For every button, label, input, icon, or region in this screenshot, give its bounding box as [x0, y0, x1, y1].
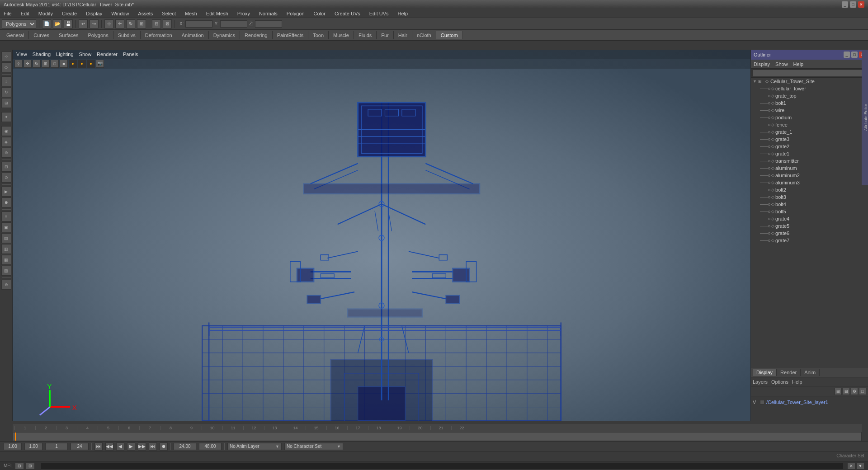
shelf-surfaces[interactable]: Surfaces — [54, 31, 83, 39]
current-time-input[interactable] — [24, 443, 42, 450]
layer-new-button[interactable]: ⊞ — [835, 388, 842, 395]
scale-button[interactable]: ⊞ — [1, 98, 11, 108]
menu-modify[interactable]: Modify — [37, 10, 55, 17]
step-back-button[interactable]: ◀◀ — [105, 442, 113, 451]
tree-item-bolt2[interactable]: ——o ◇ bolt2 — [751, 186, 868, 193]
layer-frame-button[interactable]: □ — [859, 388, 866, 395]
menu-assets[interactable]: Assets — [136, 10, 155, 17]
vp-rotate-btn[interactable]: ↻ — [33, 60, 41, 68]
vp-light1-btn[interactable]: ● — [69, 60, 77, 68]
save-button[interactable]: 💾 — [64, 19, 73, 28]
y-input[interactable] — [220, 20, 247, 28]
shelf-hair[interactable]: Hair — [394, 31, 412, 39]
menu-create-uvs[interactable]: Create UVs — [333, 10, 362, 17]
tree-item-bolt3[interactable]: ——o ◇ bolt3 — [751, 193, 868, 201]
new-scene-button[interactable]: 📄 — [42, 19, 51, 28]
end-frame-input[interactable] — [71, 443, 89, 450]
snap-curve[interactable]: ⊠ — [163, 19, 172, 28]
timeline-ruler[interactable]: 1 2 3 4 5 6 7 8 9 10 11 12 13 14 15 16 1… — [13, 423, 862, 432]
display-layer-button[interactable]: ≡ — [1, 212, 11, 221]
tree-item-grate2[interactable]: ——o ◇ grate2 — [751, 143, 868, 150]
tree-item-cellular_tower[interactable]: ——o ◇ cellular_tower — [751, 85, 868, 92]
shelf-deformation[interactable]: Deformation — [141, 31, 177, 39]
anim-layer-selector[interactable]: No Anim Layer ▼ — [227, 443, 282, 450]
tree-item-bolt5[interactable]: ——o ◇ bolt5 — [751, 208, 868, 215]
move-tool[interactable]: ✛ — [115, 19, 124, 28]
snap-button[interactable]: ⊟ — [1, 162, 11, 172]
layer-menu-options[interactable]: Options — [771, 379, 788, 385]
vp-light2-btn[interactable]: ● — [78, 60, 86, 68]
vp-light3-btn[interactable]: ● — [87, 60, 95, 68]
tree-item-fence[interactable]: ——o ◇ fence — [751, 121, 868, 128]
redo-button[interactable]: ↪ — [90, 19, 99, 28]
menu-window[interactable]: Window — [109, 10, 131, 17]
scale-tool[interactable]: ⊞ — [137, 19, 146, 28]
tree-item-grate_1[interactable]: ——o ◇ grate_1 — [751, 128, 868, 136]
display-layer5-button[interactable]: ▦ — [1, 255, 11, 265]
tree-item-transmitter[interactable]: ——o ◇ transmitter — [751, 157, 868, 164]
vp-menu-panels[interactable]: Panels — [123, 52, 138, 57]
vp-smooth-btn[interactable]: ■ — [60, 60, 68, 68]
tree-item-bolt4[interactable]: ——o ◇ bolt4 — [751, 201, 868, 208]
shelf-toon[interactable]: Toon — [308, 31, 329, 39]
outliner-tree[interactable]: ▼ ⊞ ◇ Cellular_Tower_Site ——o ◇ cellular… — [751, 78, 868, 367]
outliner-search-input[interactable] — [753, 70, 866, 77]
show-manip-button[interactable]: ⊕ — [1, 148, 11, 158]
menu-display[interactable]: Display — [84, 10, 104, 17]
layer-menu-help[interactable]: Help — [792, 379, 802, 385]
menu-edit-mesh[interactable]: Edit Mesh — [204, 10, 230, 17]
ipr-button[interactable]: ⏺ — [1, 197, 11, 207]
render-button[interactable]: ▶ — [1, 187, 11, 197]
universal-manip-button[interactable]: ✦ — [1, 112, 11, 122]
menu-edit[interactable]: Edit — [19, 10, 31, 17]
vp-select-btn[interactable]: ⊹ — [14, 60, 23, 68]
shelf-custom[interactable]: Custom — [436, 31, 463, 39]
shelf-fur[interactable]: Fur — [377, 31, 394, 39]
outliner-menu-show[interactable]: Show — [775, 61, 788, 67]
go-to-end-button[interactable]: ⏭ — [149, 442, 157, 451]
tree-item-grate7[interactable]: ——o ◇ grate7 — [751, 237, 868, 244]
outliner-minimize-button[interactable]: _ — [844, 52, 850, 58]
frame-range-display[interactable]: 1 — [45, 443, 68, 450]
polygon-selector[interactable]: Polygons — [2, 19, 36, 28]
menu-mesh[interactable]: Mesh — [183, 10, 199, 17]
layer-tab-display[interactable]: Display — [753, 369, 777, 376]
go-to-start-button[interactable]: ⏮ — [94, 442, 103, 451]
x-input[interactable] — [185, 20, 212, 28]
select-tool[interactable]: ⊹ — [104, 19, 113, 28]
display-layer4-button[interactable]: ▥ — [1, 244, 11, 254]
history-button[interactable]: ⊙ — [1, 173, 11, 183]
close-button[interactable]: ✕ — [858, 1, 864, 8]
rotate-tool[interactable]: ↻ — [126, 19, 135, 28]
shelf-ncloth[interactable]: nCloth — [412, 31, 436, 39]
menu-create[interactable]: Create — [60, 10, 79, 17]
shelf-animation[interactable]: Animation — [177, 31, 209, 39]
tree-item-grate1[interactable]: ——o ◇ grate1 — [751, 150, 868, 157]
outliner-menu-display[interactable]: Display — [754, 61, 770, 67]
range-start-input[interactable] — [174, 443, 196, 450]
mel-mode-mel-button[interactable]: ⊟ — [15, 462, 24, 470]
layer-tab-render[interactable]: Render — [777, 369, 801, 376]
layer-visibility[interactable]: V — [753, 400, 758, 405]
minimize-button[interactable]: _ — [842, 1, 848, 8]
layer-row[interactable]: V /Cellular_Tower_Site_layer1 — [753, 398, 866, 406]
viewport-area[interactable]: View Shading Lighting Show Renderer Pane… — [13, 50, 750, 421]
mel-clear-button[interactable]: ✕ — [847, 462, 855, 470]
display-layer2-button[interactable]: ▣ — [1, 222, 11, 232]
shelf-painteffects[interactable]: PaintEffects — [273, 31, 309, 39]
display-layer6-button[interactable]: ▧ — [1, 266, 11, 276]
vp-camera-btn[interactable]: 📷 — [96, 60, 104, 68]
step-forward-button[interactable]: ▶▶ — [138, 442, 146, 451]
sculpt-button[interactable]: ◈ — [1, 137, 11, 147]
rotate-button[interactable]: ↻ — [1, 87, 11, 97]
menu-edit-uvs[interactable]: Edit UVs — [368, 10, 391, 17]
time-slider[interactable] — [13, 432, 862, 441]
mel-mode-python-button[interactable]: ⊞ — [26, 462, 35, 470]
menu-help[interactable]: Help — [396, 10, 410, 17]
mel-scroll-button[interactable]: ▼ — [856, 462, 864, 470]
snap-grid[interactable]: ⊟ — [152, 19, 161, 28]
layer-menu-layers[interactable]: Layers — [753, 379, 768, 385]
undo-button[interactable]: ↩ — [79, 19, 88, 28]
tree-item-aluminum3[interactable]: ——o ◇ aluminum3 — [751, 179, 868, 186]
menu-polygon[interactable]: Polygon — [285, 10, 307, 17]
